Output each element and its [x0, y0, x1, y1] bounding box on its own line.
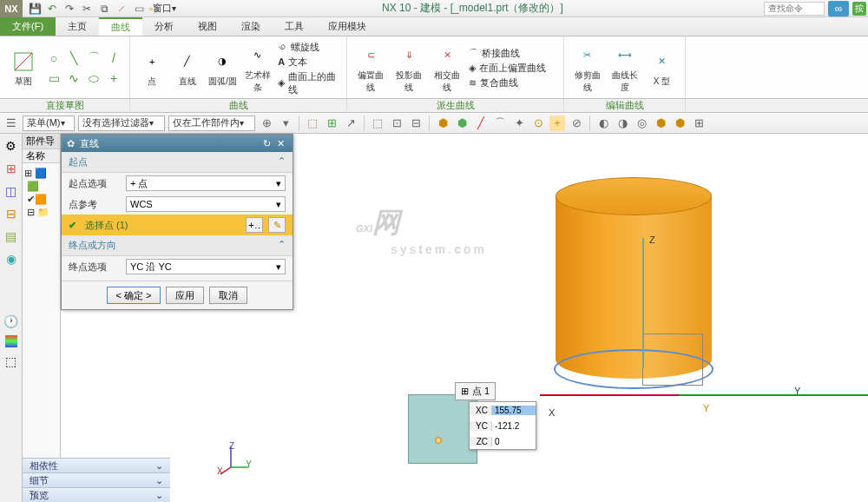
tb-icon[interactable]: ⊞: [691, 116, 707, 131]
point-label-popup[interactable]: ⊞ 点 1: [455, 382, 496, 400]
length-tool[interactable]: ⟷曲线长度: [608, 43, 641, 94]
menu-view[interactable]: 视图: [186, 17, 229, 36]
tb-icon[interactable]: ◎: [634, 116, 649, 131]
project-tool[interactable]: ⇓投影曲线: [392, 43, 425, 94]
ok-button[interactable]: < 确定 >: [107, 287, 161, 304]
select-point-row[interactable]: ✔ 选择点 (1) +‥ ✎: [62, 215, 293, 235]
start-option-combo[interactable]: + 点▾: [126, 175, 286, 191]
point-icon[interactable]: +: [105, 69, 122, 87]
filter-combo[interactable]: 没有选择过滤器 ▾: [78, 116, 165, 131]
point-ref-combo[interactable]: WCS▾: [126, 196, 286, 212]
tb-icon[interactable]: ⬢: [454, 116, 470, 131]
tb-icon[interactable]: ⌒: [492, 116, 508, 131]
menu-combo[interactable]: 菜单(M) ▾: [23, 116, 75, 131]
tb-icon[interactable]: ▾: [278, 116, 293, 131]
ellipse-icon[interactable]: ⬭: [85, 69, 102, 87]
tb-icon[interactable]: ⬚: [370, 116, 385, 131]
reset-icon[interactable]: ↻: [260, 138, 273, 149]
helix-tool[interactable]: ꩜螺旋线: [278, 41, 339, 54]
tb-icon[interactable]: ⊡: [389, 116, 404, 131]
menu-app[interactable]: 应用模块: [316, 17, 378, 36]
gear-icon[interactable]: ✿: [67, 138, 75, 149]
menu-render[interactable]: 渲染: [229, 17, 273, 36]
tb-icon[interactable]: ⊞: [324, 116, 339, 131]
menu-curve[interactable]: 曲线: [99, 17, 142, 36]
zc-input[interactable]: 0: [492, 437, 536, 446]
point-picker-button[interactable]: ✎: [268, 217, 286, 233]
menu-file[interactable]: 文件(F): [0, 17, 56, 36]
nav-icon[interactable]: ◫: [3, 182, 20, 200]
close-icon[interactable]: ✕: [273, 138, 287, 149]
tb-icon[interactable]: ⊙: [530, 116, 546, 131]
end-option-combo[interactable]: YC 沿 YC▾: [126, 259, 286, 274]
palette-icon[interactable]: [5, 335, 17, 347]
menu-tools[interactable]: 工具: [273, 17, 316, 36]
undo-icon[interactable]: ↶: [45, 2, 59, 16]
section-end[interactable]: 终点或方向⌃: [62, 235, 293, 256]
tb-icon[interactable]: ⬚: [305, 116, 320, 131]
tb-icon[interactable]: +: [549, 116, 565, 131]
tb-icon[interactable]: ╱: [473, 116, 489, 131]
rect-icon[interactable]: ▭: [45, 69, 62, 87]
tb-icon[interactable]: ⊟: [408, 116, 424, 131]
arc-tool[interactable]: ◑圆弧/圆: [207, 50, 238, 88]
tb-icon[interactable]: ✦: [511, 116, 527, 131]
command-search-input[interactable]: [764, 2, 825, 16]
onface-tool[interactable]: ◈在面上偏置曲线: [469, 62, 546, 75]
point-tool[interactable]: +点: [137, 50, 168, 88]
xc-input[interactable]: 155.75: [492, 406, 536, 415]
nav-icon[interactable]: ⊟: [3, 205, 20, 222]
cloud-icon[interactable]: ∞: [828, 1, 849, 17]
menu-home[interactable]: 主页: [56, 17, 99, 36]
tb-icon[interactable]: ⬢: [672, 116, 687, 131]
offset-tool[interactable]: ⊂偏置曲线: [354, 43, 387, 94]
qat-icon[interactable]: ⟋: [115, 2, 128, 16]
point-constructor-button[interactable]: +‥: [246, 217, 263, 233]
tb-icon[interactable]: ⊘: [569, 116, 584, 131]
window-menu[interactable]: ▫ 窗口 ▾: [149, 2, 176, 16]
apply-button[interactable]: 应用: [166, 287, 204, 304]
scope-combo[interactable]: 仅在工作部件内 ▾: [168, 116, 255, 131]
section-start[interactable]: 起点⌃: [62, 152, 293, 173]
nav-icon[interactable]: ⊞: [3, 160, 20, 177]
cancel-button[interactable]: 取消: [209, 287, 247, 304]
yc-input[interactable]: -121.2: [492, 421, 536, 431]
nav-icon[interactable]: ⬚: [3, 353, 20, 370]
surfcurve-tool[interactable]: ◈曲面上的曲线: [278, 70, 339, 96]
composite-tool[interactable]: ≋复合曲线: [469, 76, 546, 89]
redo-icon[interactable]: ↷: [62, 2, 76, 16]
gear-icon[interactable]: ⚙: [3, 137, 20, 155]
sketch-tool[interactable]: 草图: [7, 50, 40, 88]
nav-icon[interactable]: ▤: [3, 228, 20, 245]
tb-icon[interactable]: ◐: [595, 116, 611, 131]
acc-detail[interactable]: 细节⌄: [23, 472, 170, 487]
tb-icon[interactable]: ◑: [615, 116, 630, 131]
xform-tool[interactable]: ✕X 型: [646, 50, 678, 88]
circle-icon[interactable]: ○: [45, 50, 62, 67]
acc-preview[interactable]: 预览⌄: [23, 487, 170, 502]
help-icon[interactable]: 按: [852, 2, 866, 16]
intersect-tool[interactable]: ⨯相交曲线: [431, 43, 464, 94]
menu-icon[interactable]: ☰: [3, 116, 19, 131]
acc-dependency[interactable]: 相依性⌄: [23, 458, 170, 472]
partnav-tree[interactable]: ⊞ 🟦 🟩 ✔🟧 ⊟ 📁: [23, 163, 60, 222]
nav-icon[interactable]: ◉: [3, 250, 20, 268]
bridge-tool[interactable]: ⌒桥接曲线: [469, 47, 546, 60]
spline-icon[interactable]: ∿: [65, 69, 82, 87]
tb-icon[interactable]: ⬢: [435, 116, 450, 131]
trim-tool[interactable]: ✂修剪曲线: [571, 43, 603, 94]
cut-icon[interactable]: ✂: [80, 2, 94, 16]
tb-icon[interactable]: ↗: [343, 116, 358, 131]
tb-icon[interactable]: ⬢: [653, 116, 668, 131]
dialog-titlebar[interactable]: ✿ 直线 ↻ ✕: [62, 135, 293, 152]
save-icon[interactable]: 💾: [28, 2, 42, 16]
clock-icon[interactable]: 🕐: [3, 313, 20, 330]
line2-icon[interactable]: /: [105, 50, 122, 67]
copy-icon[interactable]: ⧉: [97, 2, 111, 16]
arc-icon[interactable]: ⌒: [85, 50, 102, 67]
text-tool[interactable]: A文本: [278, 56, 339, 69]
menu-analysis[interactable]: 分析: [142, 17, 186, 36]
qat-icon[interactable]: ▭: [132, 2, 146, 16]
tb-icon[interactable]: ⊕: [259, 116, 274, 131]
spline-tool[interactable]: ∿艺术样条: [243, 43, 273, 94]
